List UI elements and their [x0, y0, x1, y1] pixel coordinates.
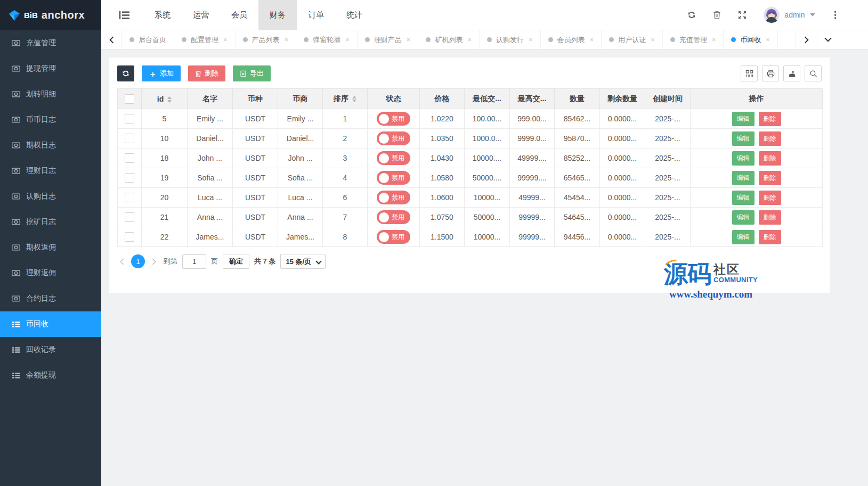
export-button[interactable]: 导出: [233, 65, 271, 81]
row-checkbox[interactable]: [125, 193, 134, 202]
delete-row-button[interactable]: 删除: [759, 230, 781, 244]
select-all-checkbox[interactable]: [125, 94, 134, 104]
close-icon[interactable]: ×: [529, 36, 533, 43]
close-icon[interactable]: ×: [712, 36, 716, 43]
tab-3[interactable]: 弹窗轮播×: [296, 30, 358, 49]
collapse-sidebar-icon[interactable]: [101, 0, 143, 30]
row-checkbox[interactable]: [125, 232, 134, 242]
close-icon[interactable]: ×: [590, 36, 594, 43]
edit-row-button[interactable]: 编辑: [732, 210, 755, 225]
close-icon[interactable]: ×: [766, 36, 770, 43]
add-button[interactable]: ＋ 添加: [142, 65, 181, 81]
delete-button[interactable]: 删除: [188, 65, 225, 81]
row-checkbox[interactable]: [125, 212, 134, 222]
print-icon[interactable]: [762, 65, 779, 81]
edit-row-button[interactable]: 编辑: [732, 112, 755, 126]
sidebar-item-13[interactable]: 余额提现: [0, 363, 101, 388]
delete-row-button[interactable]: 删除: [759, 171, 781, 185]
status-toggle[interactable]: 禁用: [377, 131, 410, 145]
confirm-page-button[interactable]: 确定: [223, 254, 249, 269]
tab-0[interactable]: 后台首页: [121, 30, 174, 49]
username-label: admin: [784, 11, 805, 19]
col-header-0[interactable]: id: [142, 89, 188, 109]
edit-row-button[interactable]: 编辑: [732, 131, 755, 146]
sidebar-item-2[interactable]: 划转明细: [0, 81, 101, 107]
close-icon[interactable]: ×: [651, 36, 655, 43]
sidebar-item-0[interactable]: 充值管理: [0, 30, 101, 56]
fullscreen-icon[interactable]: [738, 11, 747, 19]
sidebar-item-12[interactable]: 回收记录: [0, 337, 101, 363]
close-icon[interactable]: ×: [345, 36, 350, 43]
nav-item-0[interactable]: 系统: [143, 0, 182, 30]
delete-row-button[interactable]: 删除: [759, 191, 781, 205]
goto-page-input[interactable]: [182, 254, 206, 269]
delete-row-button[interactable]: 删除: [759, 210, 781, 225]
edit-row-button[interactable]: 编辑: [732, 191, 755, 205]
row-checkbox[interactable]: [125, 173, 134, 183]
edit-row-button[interactable]: 编辑: [732, 171, 755, 185]
sidebar-item-3[interactable]: 币币日志: [0, 107, 101, 133]
status-toggle[interactable]: 禁用: [377, 112, 410, 126]
delete-row-button[interactable]: 删除: [759, 151, 781, 166]
sort-icon[interactable]: [167, 96, 172, 103]
nav-item-5[interactable]: 统计: [335, 0, 374, 30]
status-toggle[interactable]: 禁用: [377, 191, 410, 204]
sidebar-item-9[interactable]: 理财返佣: [0, 260, 101, 286]
sidebar-item-11[interactable]: 币回收: [0, 311, 101, 337]
user-menu[interactable]: admin: [764, 7, 815, 23]
trash-icon[interactable]: [713, 11, 721, 19]
col-header-4[interactable]: 排序: [323, 89, 368, 109]
status-toggle[interactable]: 禁用: [377, 151, 410, 165]
edit-row-button[interactable]: 编辑: [732, 151, 755, 166]
sidebar-item-8[interactable]: 期权返佣: [0, 235, 101, 260]
nav-item-4[interactable]: 订单: [297, 0, 335, 30]
tab-7[interactable]: 会员列表×: [541, 30, 602, 49]
prev-page-icon[interactable]: [117, 258, 126, 265]
close-icon[interactable]: ×: [285, 36, 289, 43]
row-checkbox[interactable]: [125, 134, 134, 143]
tab-8[interactable]: 用户认证×: [602, 30, 663, 49]
edit-row-button[interactable]: 编辑: [732, 230, 755, 244]
tab-9[interactable]: 充值管理×: [663, 30, 724, 49]
tab-4[interactable]: 理财产品×: [358, 30, 419, 49]
nav-item-2[interactable]: 会员: [220, 0, 258, 30]
row-checkbox[interactable]: [125, 114, 134, 123]
refresh-table-button[interactable]: [117, 65, 134, 81]
sidebar-item-6[interactable]: 认购日志: [0, 184, 101, 209]
status-toggle[interactable]: 禁用: [377, 210, 410, 224]
close-icon[interactable]: ×: [407, 36, 411, 43]
tab-1[interactable]: 配置管理×: [174, 30, 236, 49]
sidebar-item-10[interactable]: 合约日志: [0, 286, 101, 311]
tabs-scroll-right-icon[interactable]: [796, 30, 817, 49]
export-data-icon[interactable]: [783, 65, 800, 81]
sidebar-item-label: 理财返佣: [26, 268, 56, 278]
sidebar-item-1[interactable]: 提现管理: [0, 56, 101, 81]
close-icon[interactable]: ×: [223, 36, 228, 43]
nav-item-1[interactable]: 运营: [182, 0, 220, 30]
columns-toggle-icon[interactable]: [741, 65, 758, 81]
sidebar-item-7[interactable]: 挖矿日志: [0, 209, 101, 235]
status-toggle[interactable]: 禁用: [377, 171, 410, 185]
sidebar-item-4[interactable]: 期权日志: [0, 133, 101, 158]
more-options-icon[interactable]: [832, 9, 839, 21]
per-page-select[interactable]: 15 条/页: [281, 254, 325, 268]
refresh-icon[interactable]: [687, 11, 696, 19]
page-number-button[interactable]: 1: [131, 254, 145, 268]
status-toggle[interactable]: 禁用: [377, 230, 410, 244]
brand-logo[interactable]: BiB anchorx: [0, 0, 101, 30]
tab-5[interactable]: 矿机列表×: [418, 30, 480, 49]
tabs-scroll-left-icon[interactable]: [101, 30, 121, 49]
sidebar-item-5[interactable]: 理财日志: [0, 158, 101, 184]
delete-row-button[interactable]: 删除: [759, 131, 781, 146]
tab-6[interactable]: 认购发行×: [480, 30, 541, 49]
delete-row-button[interactable]: 删除: [759, 112, 781, 126]
sort-icon[interactable]: [352, 96, 356, 102]
row-checkbox[interactable]: [125, 153, 134, 163]
tabs-dropdown-icon[interactable]: [817, 30, 838, 49]
close-icon[interactable]: ×: [467, 36, 472, 43]
tab-2[interactable]: 产品列表×: [236, 30, 297, 49]
search-icon[interactable]: [805, 65, 822, 81]
next-page-icon[interactable]: [150, 258, 159, 265]
tab-10[interactable]: 币回收×: [724, 30, 778, 49]
nav-item-3[interactable]: 财务: [258, 0, 297, 30]
